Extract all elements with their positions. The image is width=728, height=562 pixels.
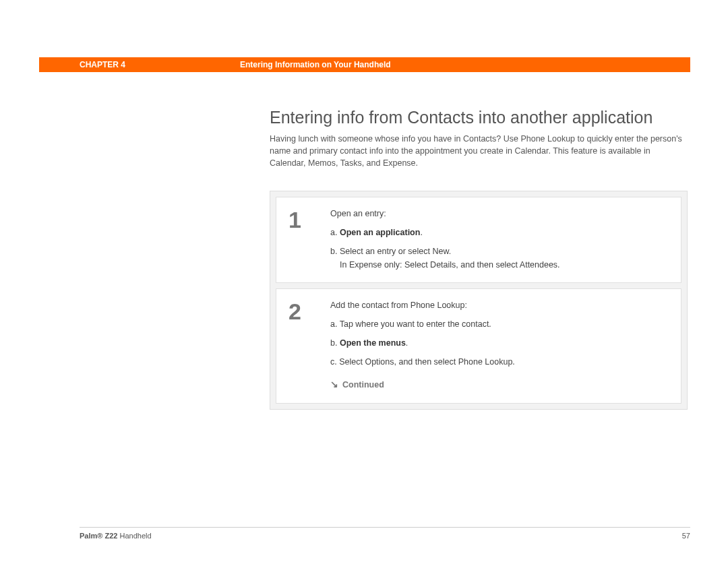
substep-text: Tap where you want to enter the contact. (340, 319, 491, 329)
step-number: 1 (289, 208, 330, 272)
substep-text: Select Options, and then select Phone Lo… (339, 357, 515, 367)
substep-prefix: b. (330, 247, 337, 256)
substep-prefix: a. (330, 319, 337, 329)
footer-brand-rest: Handheld (117, 532, 151, 540)
step-number: 2 (289, 300, 330, 392)
section-intro-paragraph: Having lunch with someone whose info you… (270, 133, 688, 169)
substep-prefix: c. (330, 357, 337, 367)
step-substep-b: b. Open the menus. (330, 336, 669, 350)
substep-text: Select an entry or select New. (340, 247, 451, 256)
step-body: Open an entry: a. Open an application. b… (330, 207, 669, 272)
substep-prefix: b. (330, 338, 337, 348)
step-substep-a: a. Tap where you want to enter the conta… (330, 317, 669, 331)
chapter-number: CHAPTER 4 (80, 60, 125, 69)
steps-container: 1 Open an entry: a. Open an application.… (270, 191, 688, 409)
page-footer: Palm® Z22 Handheld 57 (80, 527, 690, 540)
footer-brand-bold: Palm® Z22 (80, 532, 117, 540)
footer-product-name: Palm® Z22 Handheld (80, 532, 152, 540)
main-content: Entering info from Contacts into another… (270, 108, 688, 410)
continued-arrow-icon: ↘ (330, 377, 338, 392)
continued-label: Continued (342, 378, 384, 392)
section-title: Entering info from Contacts into another… (270, 108, 688, 127)
step-substep-a: a. Open an application. (330, 226, 669, 239)
step-lead-text: Open an entry: (330, 207, 669, 220)
open-application-link[interactable]: Open an application (340, 228, 420, 237)
step-box-1: 1 Open an entry: a. Open an application.… (276, 197, 681, 283)
substep-suffix: . (406, 338, 408, 348)
open-menus-link[interactable]: Open the menus (340, 338, 406, 348)
chapter-title: Entering Information on Your Handheld (240, 60, 391, 69)
chapter-header-bar: CHAPTER 4 Entering Information on Your H… (39, 57, 690, 72)
substep-extra-text: In Expense only: Select Details, and the… (340, 258, 560, 272)
step-lead-text: Add the contact from Phone Lookup: (330, 299, 669, 312)
step-box-2: 2 Add the contact from Phone Lookup: a. … (276, 288, 681, 403)
substep-prefix: a. (330, 228, 337, 237)
step-body: Add the contact from Phone Lookup: a. Ta… (330, 299, 669, 392)
document-page: CHAPTER 4 Entering Information on Your H… (0, 0, 728, 562)
substep-suffix: . (420, 228, 422, 237)
page-number: 57 (682, 532, 690, 540)
step-substep-c: c. Select Options, and then select Phone… (330, 355, 669, 369)
continued-indicator: ↘ Continued (330, 377, 669, 392)
step-substep-b: b. Select an entry or select New. In Exp… (330, 245, 669, 272)
